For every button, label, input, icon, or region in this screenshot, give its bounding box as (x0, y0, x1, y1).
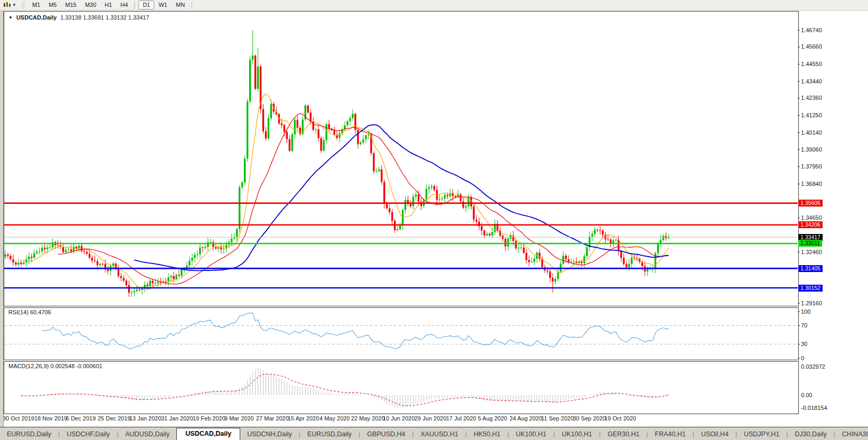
date-tick-label: 19 Oct 2020 (605, 415, 636, 422)
chart-symbol-label: USDCAD,Daily (16, 14, 56, 21)
date-tick-label: 31 Jan 2020 (161, 415, 193, 422)
date-tick-label: 29 Jun 2020 (414, 415, 447, 422)
price-tick-label: 1.40140 (801, 129, 822, 136)
trading-terminal-window: ▼ M1M5M15M30H1H4 D1W1MN ▼ USDCAD,Daily 1… (0, 0, 868, 440)
date-tick-label: 18 Nov 2019 (34, 415, 67, 422)
chart-tab-audusd-daily[interactable]: AUDUSD,Daily (118, 429, 176, 440)
price-marker: 1.33011 (798, 240, 822, 247)
date-tick-label: 25 Dec 2019 (98, 415, 130, 422)
chart-tab-usdcad-daily[interactable]: USDCAD,Daily (176, 428, 240, 440)
rsi-level-label: 0 (801, 355, 804, 361)
price-tick-label: 1.36840 (801, 181, 822, 187)
chart-tab-eurusd-daily[interactable]: EURUSD,Daily (300, 429, 358, 440)
symbol-collapse-icon[interactable]: ▼ (8, 15, 13, 20)
rsi-label: RSI(14) 60.4706 (8, 309, 51, 315)
macd-axis-label: 0.032972 (801, 363, 825, 370)
date-tick-label: 30 Oct 2019 (3, 415, 34, 422)
chart-tab-fra40-h1[interactable]: FRA40,H1 (648, 429, 692, 440)
macd-indicator-panel[interactable] (4, 361, 799, 414)
price-marker: 1.35606 (798, 200, 823, 207)
price-tick-label: 1.45660 (801, 43, 822, 50)
price-tick-label: 1.41250 (801, 112, 822, 118)
price-tick-label: 1.34650 (801, 214, 822, 221)
timeframe-button-m1[interactable]: M1 (28, 1, 44, 10)
price-tick-label: 1.39060 (801, 146, 822, 153)
price-tick-label: 1.44550 (801, 61, 822, 67)
date-tick-label: 17 Jul 2020 (446, 415, 476, 422)
date-tick-label: 6 Dec 2019 (66, 415, 96, 422)
date-tick-label: 22 May 2020 (351, 415, 385, 422)
chart-tab-bar: EURUSD,Daily|USDCHF,Daily|AUDUSD,DailyUS… (0, 427, 868, 440)
price-marker: 1.31405 (798, 265, 823, 272)
chart-tab-gbpusd-h4[interactable]: GBPUSD,H4 (360, 429, 412, 440)
date-tick-label: 27 Mar 2020 (256, 415, 289, 422)
rsi-level-label: 70 (801, 322, 807, 329)
date-tick-label: 5 Aug 2020 (478, 415, 507, 422)
price-tick-label: 1.46740 (801, 27, 822, 33)
date-tick-label: 19 Feb 2020 (193, 415, 225, 422)
price-chart-panel[interactable] (4, 11, 799, 306)
price-tick-label: 1.43440 (801, 78, 822, 85)
chart-tab-eurusd-daily[interactable]: EURUSD,Daily (0, 429, 58, 440)
rsi-level-label: 100 (801, 308, 810, 315)
chart-tab-uk100-h1[interactable]: UK100,H1 (509, 429, 553, 440)
toolbar-divider (192, 2, 193, 9)
date-tick-label: 30 Sep 2020 (573, 415, 606, 422)
chart-tab-usdchf-daily[interactable]: USDCHF,Daily (60, 429, 117, 440)
price-marker: 1.34206 (798, 221, 823, 228)
price-tick-label: 1.29160 (801, 300, 822, 306)
timeframe-button-m5[interactable]: M5 (44, 1, 61, 10)
timeframe-button-mn[interactable]: MN (172, 1, 189, 10)
timeframe-button-w1[interactable]: W1 (154, 1, 172, 10)
chart-tab-uk100-h1[interactable]: UK100,H1 (555, 429, 599, 440)
rsi-indicator-panel[interactable] (4, 307, 799, 360)
rsi-level-label: 30 (801, 341, 807, 347)
price-marker: 1.30152 (798, 285, 823, 292)
window-left-frame (0, 10, 4, 440)
date-tick-label: 9 Mar 2020 (224, 415, 254, 422)
chevron-down-icon[interactable]: ▼ (12, 3, 16, 7)
chart-type-icon[interactable]: ▼ (3, 2, 16, 8)
price-tick-label: 1.32460 (801, 249, 822, 255)
toolbar-divider (135, 2, 136, 9)
date-tick-label: 11 Sep 2020 (541, 415, 574, 422)
macd-axis-label: -0.018154 (801, 405, 827, 411)
toolbar-grip-handle[interactable] (22, 2, 24, 8)
date-tick-label: 10 Jun 2020 (383, 415, 415, 422)
timeframe-button-m30[interactable]: M30 (81, 1, 100, 10)
chart-tab-xauusd-h1[interactable]: XAUUSD,H1 (414, 429, 466, 440)
timeframe-toolbar: ▼ M1M5M15M30H1H4 D1W1MN (0, 0, 868, 11)
chart-tab-usdcnh-daily[interactable]: USDCNH,Daily (240, 429, 299, 440)
timeframe-button-h4[interactable]: H4 (116, 1, 132, 10)
chart-tab-usoil-h4[interactable]: USOil,H4 (694, 429, 735, 440)
date-tick-label: 4 May 2020 (319, 415, 350, 422)
chart-title: ▼ USDCAD,Daily 1.33138 1.33691 1.33132 1… (8, 14, 149, 21)
date-tick-label: 15 Apr 2020 (288, 415, 319, 422)
macd-label: MACD(12,26,9) 0.002548 -0.000601 (8, 363, 102, 369)
chart-tab-usdjpy-h1[interactable]: USDJPY,H1 (737, 429, 786, 440)
chart-ohlc-values: 1.33138 1.33691 1.33132 1.33417 (60, 14, 149, 21)
timeframe-button-h1[interactable]: H1 (100, 1, 116, 10)
macd-axis-label: 0.00 (801, 392, 812, 398)
date-tick-label: 24 Aug 2020 (510, 415, 542, 422)
chart-tab-hk50-h1[interactable]: HK50,H1 (467, 429, 507, 440)
timeframe-button-m15[interactable]: M15 (61, 1, 80, 10)
chart-tab-dj30-daily[interactable]: DJ30,Daily (788, 429, 833, 440)
price-tick-label: 1.42360 (801, 95, 822, 101)
chart-tab-china300-h1[interactable]: CHINA300,H1 (835, 429, 868, 440)
price-tick-label: 1.37950 (801, 163, 822, 170)
timeframe-button-d1[interactable]: D1 (138, 1, 154, 10)
chart-tab-ger30-h1[interactable]: GER30,H1 (601, 429, 646, 440)
date-tick-label: 13 Jan 2020 (129, 415, 162, 422)
